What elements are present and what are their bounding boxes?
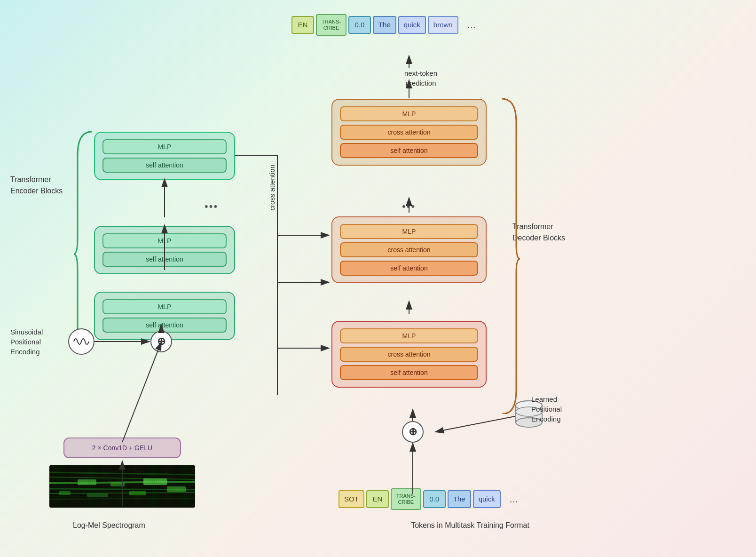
input-token-00: 0.0	[423, 490, 446, 508]
plus-circle-encoder: ⊕	[150, 331, 172, 352]
decoder-block-top: MLP cross attention self attention	[331, 99, 487, 171]
cross-attention-label: cross attention	[268, 165, 276, 211]
decoder-top-self-attn: self attention	[340, 143, 478, 158]
encoder-bot-mlp: MLP	[102, 299, 227, 314]
decoder-mid-self-attn: self attention	[340, 261, 478, 276]
svg-line-2	[49, 477, 195, 479]
output-token-dots: ...	[460, 15, 483, 35]
svg-line-34	[435, 416, 515, 432]
input-token-dots: ...	[503, 489, 525, 509]
svg-line-5	[49, 493, 195, 493]
encoder-mid-self-attn: self attention	[102, 252, 227, 267]
decoder-mid-cross-attn: cross attention	[340, 242, 478, 257]
sine-wave-circle	[68, 328, 94, 355]
decoder-dots-top: •••	[402, 200, 416, 213]
svg-line-22	[122, 342, 161, 442]
output-token-en: EN	[291, 16, 314, 34]
input-token-the: The	[448, 490, 471, 508]
diagram-container: EN TRANS-CRIBE 0.0 The quick brown ... n…	[0, 0, 756, 557]
decoder-bot-mlp: MLP	[340, 328, 478, 343]
output-token-brown: brown	[428, 16, 458, 34]
svg-rect-11	[87, 493, 108, 497]
decoder-top-mlp: MLP	[340, 106, 478, 121]
output-tokens-row: EN TRANS-CRIBE 0.0 The quick brown ...	[291, 14, 483, 36]
output-token-transcribe: TRANS-CRIBE	[316, 14, 346, 36]
input-tokens-row: SOT EN TRANS-CRIBE 0.0 The quick ...	[339, 488, 525, 510]
decoder-bot-cross-attn: cross attention	[340, 347, 478, 362]
svg-rect-8	[110, 482, 125, 486]
decoder-bot-self-attn: self attention	[340, 365, 478, 380]
output-token-the: The	[373, 16, 396, 34]
svg-rect-7	[78, 479, 96, 485]
sinusoidal-label: SinusoidalPositionalEncoding	[10, 327, 43, 357]
encoder-mid-mlp: MLP	[102, 233, 227, 248]
log-mel-spectrogram	[49, 465, 195, 508]
svg-rect-9	[143, 478, 167, 485]
transformer-encoder-label: TransformerEncoder Blocks	[10, 174, 63, 197]
encoder-block-top: MLP self attention	[94, 132, 235, 186]
tokens-multitask-label: Tokens in Multitask Training Format	[395, 521, 545, 530]
decoder-block-bot: MLP cross attention self attention	[331, 315, 487, 388]
encoder-bracket	[73, 127, 96, 353]
decoder-block-mid: MLP cross attention self attention	[331, 216, 487, 283]
svg-line-3	[49, 482, 195, 483]
svg-line-4	[49, 489, 195, 490]
log-mel-label: Log-Mel Spectrogram	[73, 521, 145, 530]
decoder-mid-mlp: MLP	[340, 224, 478, 239]
input-token-quick: quick	[473, 490, 501, 508]
output-token-00: 0.0	[348, 16, 371, 34]
encoder-block-mid: MLP self attention	[94, 226, 235, 280]
conv-block: 2 × Conv1D + GELU	[63, 438, 181, 458]
svg-rect-12	[129, 491, 146, 495]
svg-line-6	[49, 498, 195, 499]
output-token-quick: quick	[398, 16, 426, 34]
decoder-bracket	[497, 94, 521, 414]
svg-line-1	[49, 472, 195, 475]
next-token-prediction-label: next-tokenprediction	[404, 68, 437, 88]
encoder-top-self-attn: self attention	[102, 158, 227, 173]
input-token-en: EN	[366, 490, 389, 508]
encoder-dots: •••	[205, 200, 218, 213]
input-token-sot: SOT	[339, 490, 364, 508]
input-token-transcribe: TRANS-CRIBE	[391, 488, 421, 510]
plus-circle-decoder: ⊕	[402, 421, 424, 443]
svg-rect-10	[59, 491, 71, 495]
svg-rect-0	[49, 465, 195, 508]
encoder-top-mlp: MLP	[102, 139, 227, 154]
learned-positional-label: LearnedPositionalEncoding	[531, 394, 562, 424]
decoder-top-cross-attn: cross attention	[340, 125, 478, 140]
encoder-bot-self-attn: self attention	[102, 318, 227, 333]
svg-rect-13	[167, 486, 186, 492]
